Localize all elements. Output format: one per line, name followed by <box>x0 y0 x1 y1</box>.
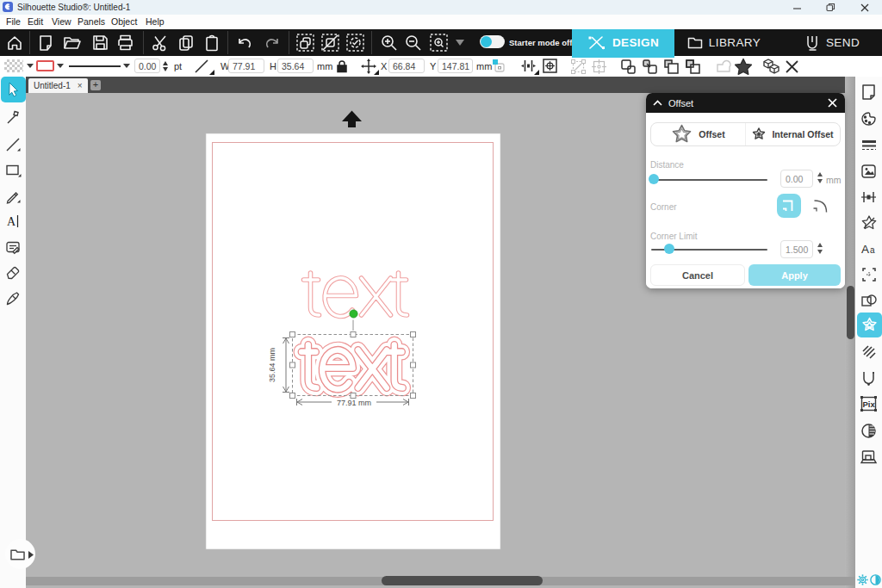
home-button[interactable] <box>4 29 25 56</box>
menu-panels[interactable]: Panels <box>78 16 105 27</box>
flatbed-panel-button[interactable] <box>855 445 882 469</box>
corner-limit-input[interactable] <box>780 240 813 258</box>
menu-edit[interactable]: Edit <box>28 16 43 27</box>
undo-button[interactable] <box>234 29 255 56</box>
y-input[interactable] <box>438 59 473 73</box>
line-color-caret[interactable] <box>57 64 64 68</box>
menu-file[interactable]: File <box>6 16 21 27</box>
zoom-out-button[interactable] <box>402 29 423 56</box>
zoom-in-button[interactable] <box>378 29 399 56</box>
corner-round-button[interactable] <box>810 196 829 216</box>
send-to-back-button[interactable] <box>685 59 702 75</box>
line-style-panel-button[interactable] <box>855 133 882 158</box>
rotation-handle[interactable] <box>350 310 357 318</box>
delete-button[interactable] <box>785 59 799 74</box>
distance-input[interactable] <box>780 170 813 188</box>
distance-slider-thumb[interactable] <box>649 174 659 184</box>
rectangle-tool[interactable] <box>0 158 26 183</box>
modify-3d-icon[interactable] <box>761 58 781 75</box>
knife-tool[interactable] <box>0 287 26 311</box>
zoom-dropdown-caret[interactable] <box>453 29 467 56</box>
menu-help[interactable]: Help <box>146 16 165 27</box>
horizontal-scrollbar-thumb[interactable] <box>382 576 543 585</box>
settings-gear-icon[interactable] <box>857 574 868 585</box>
fill-color-caret[interactable] <box>27 64 34 68</box>
corner-limit-slider-thumb[interactable] <box>664 244 674 254</box>
scale-panel-button[interactable] <box>855 263 882 287</box>
center-align-icon[interactable] <box>543 59 557 73</box>
distance-slider[interactable] <box>651 179 767 181</box>
cut-button[interactable] <box>150 29 171 56</box>
lock-aspect-icon[interactable] <box>336 59 348 73</box>
rotate-handles-icon[interactable] <box>592 59 606 74</box>
print-button[interactable] <box>114 29 136 56</box>
note-tool[interactable] <box>0 235 26 259</box>
apply-button[interactable]: Apply <box>748 264 841 286</box>
offset-panel-button[interactable] <box>857 313 882 337</box>
drawer-expand-arrow-icon[interactable] <box>28 551 34 559</box>
sketch-panel-button[interactable] <box>855 340 882 364</box>
text-style-panel-button[interactable]: Aa <box>855 237 882 261</box>
close-window-button[interactable] <box>853 0 877 15</box>
height-input[interactable] <box>277 59 314 73</box>
transform-panel-button[interactable] <box>855 185 882 209</box>
trace-panel-button[interactable] <box>855 366 882 390</box>
text-tool[interactable]: A <box>0 209 26 233</box>
anchor-point-widget[interactable] <box>492 59 506 72</box>
draw-tool[interactable] <box>0 184 26 208</box>
menu-view[interactable]: View <box>52 16 71 27</box>
menu-object[interactable]: Object <box>111 16 137 27</box>
cancel-button[interactable]: Cancel <box>650 264 745 286</box>
x-input[interactable] <box>388 59 425 73</box>
pixscan-panel-button[interactable]: Pix <box>855 392 882 416</box>
document-tab[interactable]: Untitled-1 × <box>28 78 88 93</box>
fill-panel-button[interactable] <box>855 159 882 183</box>
modify-panel-button[interactable] <box>855 288 882 313</box>
scale-handles-icon[interactable] <box>571 59 586 74</box>
vertical-scrollbar-thumb[interactable] <box>847 286 854 339</box>
tab-design[interactable]: DESIGN <box>572 29 674 56</box>
new-tab-button[interactable]: + <box>90 80 101 90</box>
stroke-width-input[interactable] <box>134 59 160 73</box>
panel-close-icon[interactable] <box>828 98 837 108</box>
distance-spinner[interactable] <box>817 172 823 183</box>
eraser-tool[interactable] <box>0 261 26 285</box>
group-button[interactable] <box>620 59 637 75</box>
offset-mode-internal[interactable]: Internal Offset <box>745 123 840 145</box>
deselect-button[interactable] <box>319 29 341 56</box>
open-button[interactable] <box>61 29 84 56</box>
offset-mode-offset[interactable]: Offset <box>651 123 745 145</box>
redo-button[interactable] <box>262 29 283 56</box>
point-edit-tool[interactable] <box>0 106 26 130</box>
shade-panel-button[interactable] <box>855 418 882 443</box>
maximize-button[interactable] <box>818 0 842 15</box>
collapse-chevron-icon[interactable] <box>653 100 662 106</box>
offset-tool-icon[interactable] <box>734 58 753 76</box>
document-tab-close-icon[interactable]: × <box>78 81 83 90</box>
tab-send[interactable]: SEND <box>798 29 868 56</box>
select-by-color-button[interactable] <box>344 29 366 56</box>
line-thickness-icon[interactable] <box>194 59 209 74</box>
make-compound-path-button[interactable] <box>715 59 731 74</box>
minimize-button[interactable] <box>786 0 810 15</box>
emboss-panel-button[interactable] <box>855 211 882 235</box>
drag-zoom-button[interactable] <box>427 29 450 56</box>
paste-button[interactable] <box>202 29 222 56</box>
copy-button[interactable] <box>176 29 196 56</box>
width-input[interactable] <box>228 59 264 73</box>
stroke-width-spinner[interactable] <box>163 59 168 73</box>
horizontal-scrollbar[interactable] <box>26 577 855 585</box>
select-all-button[interactable] <box>294 29 316 56</box>
line-style-sample[interactable] <box>69 65 121 67</box>
corner-limit-spinner[interactable] <box>817 243 823 254</box>
line-color-swatch[interactable] <box>36 60 54 71</box>
fill-color-swatch[interactable] <box>4 59 23 72</box>
select-tool[interactable] <box>1 77 26 102</box>
canvas-text-offset[interactable] <box>301 345 403 390</box>
display-mode-icon[interactable] <box>870 574 881 585</box>
fill-color-panel-button[interactable] <box>855 107 882 131</box>
corner-sharp-button[interactable] <box>777 194 801 218</box>
line-style-caret[interactable] <box>123 64 130 68</box>
tab-library[interactable]: LIBRARY <box>683 29 765 56</box>
starter-mode-toggle[interactable] <box>480 35 505 48</box>
